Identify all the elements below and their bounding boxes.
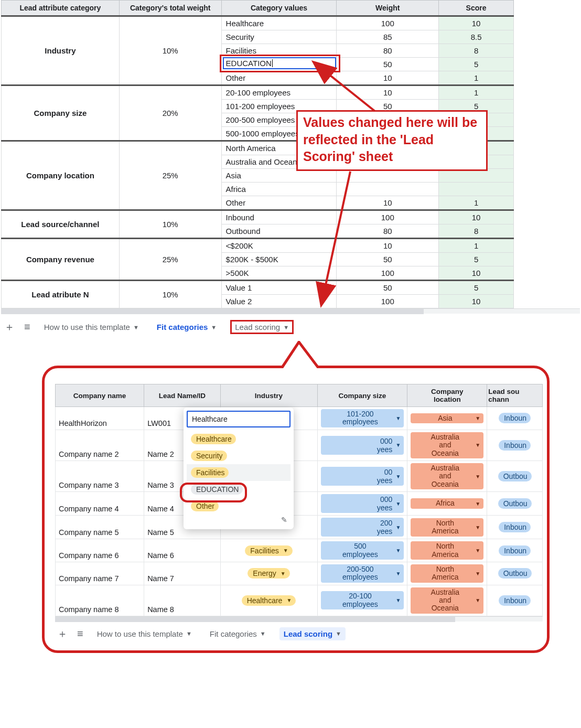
tab-fit-categories[interactable]: Fit categories▼ [153,320,221,334]
location-cell[interactable]: Africa▼ [407,492,487,516]
weight-cell[interactable]: 50 [337,58,439,71]
size-cell[interactable]: 000yees▼ [317,492,407,516]
category-cell[interactable]: Industry [2,16,120,85]
weight-cell[interactable]: 80 [337,44,439,58]
value-cell[interactable]: Other [221,71,337,85]
weight-cell[interactable]: 100 [337,266,439,281]
company-cell[interactable]: Company name 4 [56,492,144,516]
value-cell[interactable]: Value 2 [221,295,337,308]
weight-cell[interactable]: 80 [337,224,439,239]
source-cell[interactable]: Outbou [487,461,543,491]
score-cell: 8 [439,44,514,58]
dropdown-option[interactable]: Security [187,447,290,464]
value-cell[interactable]: Africa [221,183,337,196]
tab-lead-2[interactable]: Lead scoring▼ [279,627,346,640]
location-cell[interactable]: NorthAmerica▼ [407,516,487,539]
company-cell[interactable]: HealthHorizon [56,407,144,430]
dropdown-option[interactable]: Healthcare [187,431,290,447]
weight-cell[interactable]: 10 [337,71,439,85]
category-cell[interactable]: Company location [2,141,120,210]
category-cell[interactable]: Company size [2,85,120,141]
value-cell[interactable]: <$200K [221,239,337,253]
company-cell[interactable]: Company name 7 [56,562,144,585]
dropdown-selected[interactable]: Healthcare [187,411,290,427]
leadname-cell[interactable]: Name 7 [144,562,220,585]
size-cell[interactable]: 500employees▼ [317,539,407,562]
location-cell[interactable]: AustraliaandOceania▼ [407,585,487,616]
category-cell[interactable]: Lead source/channel [2,210,120,239]
value-cell[interactable]: 20-100 employees [221,85,337,100]
source-cell[interactable]: Inboun [487,539,543,562]
totalweight-cell[interactable]: 10% [119,210,221,239]
weight-cell[interactable]: 85 [337,30,439,44]
tab-howto[interactable]: How to use this template▼ [40,320,143,334]
leadname-cell[interactable]: Name 6 [144,539,220,562]
industry-cell[interactable]: Energy ▼ [220,562,317,585]
source-cell[interactable]: Inboun [487,407,543,430]
source-cell[interactable]: Outbou [487,492,543,516]
weight-cell[interactable]: 100 [337,295,439,308]
weight-cell[interactable]: 50 [337,281,439,295]
tab-fit-2[interactable]: Fit categories▼ [206,627,270,640]
totalweight-cell[interactable]: 20% [119,85,221,141]
size-cell[interactable]: 101-200employees▼ [317,407,407,430]
size-cell[interactable]: 20-100employees▼ [317,585,407,616]
sheet-tabs-bar: ＋ ≡ How to use this template▼ Fit catego… [0,315,581,339]
totalweight-cell[interactable]: 10% [119,16,221,85]
industry-cell[interactable]: Facilities ▼ [220,539,317,562]
tab-lead-scoring[interactable]: Lead scoring▼ [230,320,294,334]
location-cell[interactable]: Asia▼ [407,407,487,430]
add-sheet-icon[interactable]: ＋ [4,320,15,334]
category-cell[interactable]: Lead atribute N [2,281,120,308]
size-cell[interactable]: 00yees▼ [317,461,407,491]
location-cell[interactable]: NorthAmerica▼ [407,539,487,562]
value-cell[interactable]: Other [221,196,337,210]
totalweight-cell[interactable]: 10% [119,281,221,308]
all-sheets-icon[interactable]: ≡ [77,628,83,640]
industry-dropdown[interactable]: Healthcare Healthcare Security Facilitie… [184,408,294,529]
weight-cell[interactable]: 50 [337,253,439,266]
leadname-cell[interactable]: Name 8 [144,585,220,616]
location-cell[interactable]: AustraliaandOceania▼ [407,461,487,491]
weight-cell[interactable]: 10 [337,85,439,100]
source-cell[interactable]: Inboun [487,430,543,461]
size-cell[interactable]: 000yees▼ [317,430,407,461]
edit-dropdown-icon[interactable]: ✎ [187,515,290,526]
size-cell[interactable]: 200yees▼ [317,516,407,539]
h-scrollbar-2[interactable] [55,616,543,622]
weight-cell[interactable]: 10 [337,239,439,253]
weight-cell[interactable]: 10 [337,196,439,210]
value-cell[interactable]: >500K [221,266,337,281]
company-cell[interactable]: Company name 3 [56,461,144,491]
source-cell[interactable]: Outbou [487,562,543,585]
add-sheet-icon[interactable]: ＋ [57,627,68,641]
weight-cell[interactable]: 100 [337,16,439,30]
h-scrollbar[interactable] [1,308,580,314]
weight-cell[interactable] [337,183,439,196]
location-cell[interactable]: NorthAmerica▼ [407,562,487,585]
source-cell[interactable]: Inboun [487,585,543,616]
source-cell[interactable]: Inboun [487,516,543,539]
value-cell[interactable]: Security [221,30,337,44]
value-cell[interactable]: Outbound [221,224,337,239]
tab-howto-2[interactable]: How to use this template▼ [93,627,196,640]
weight-cell[interactable]: 100 [337,210,439,224]
totalweight-cell[interactable]: 25% [119,239,221,281]
location-cell[interactable]: AustraliaandOceania▼ [407,430,487,461]
industry-cell[interactable]: Healthcare ▼ [220,585,317,616]
size-cell[interactable]: 200-500employees▼ [317,562,407,585]
totalweight-cell[interactable]: 25% [119,141,221,210]
value-cell[interactable]: Value 1 [221,281,337,295]
col2-size: Company size [317,384,407,407]
all-sheets-icon[interactable]: ≡ [24,321,30,333]
value-cell[interactable]: Healthcare [221,16,337,30]
company-cell[interactable]: Company name 5 [56,516,144,539]
value-cell[interactable]: Inbound [221,210,337,224]
company-cell[interactable]: Company name 8 [56,585,144,616]
category-cell[interactable]: Company revenue [2,239,120,281]
company-cell[interactable]: Company name 2 [56,430,144,461]
value-cell[interactable]: EDUCATION [221,58,337,71]
company-cell[interactable]: Company name 6 [56,539,144,562]
value-cell[interactable]: $200K - $500K [221,253,337,266]
dropdown-option[interactable]: Facilities [187,464,290,481]
